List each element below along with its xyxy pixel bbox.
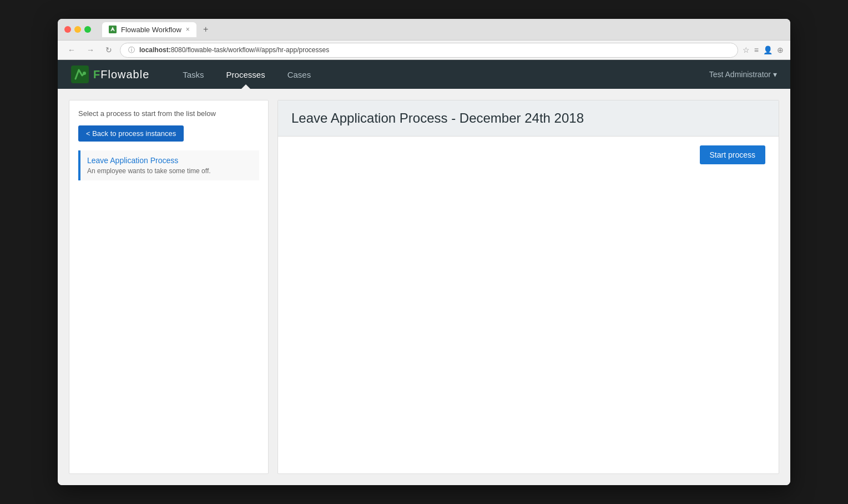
app-container: FFlowable Tasks Processes Cases Test Adm… xyxy=(58,60,790,485)
process-item-description: An employee wants to take some time off. xyxy=(87,167,253,175)
browser-window: Flowable Workflow × + ← → ↻ ⓘ localhost:… xyxy=(58,19,790,485)
svg-point-2 xyxy=(83,72,86,75)
process-item-name: Leave Application Process xyxy=(87,156,253,165)
tab-bar: Flowable Workflow × + xyxy=(102,22,784,37)
tab-favicon xyxy=(109,26,117,33)
right-panel: Leave Application Process - December 24t… xyxy=(277,100,779,474)
close-window-button[interactable] xyxy=(64,26,71,33)
tab-close-icon[interactable]: × xyxy=(186,26,190,33)
app-header: FFlowable Tasks Processes Cases Test Adm… xyxy=(58,60,790,89)
panel-hint: Select a process to start from the list … xyxy=(78,109,259,118)
process-detail-header: Leave Application Process - December 24t… xyxy=(278,100,779,137)
tab-title: Flowable Workflow xyxy=(121,26,181,34)
user-menu[interactable]: Test Administrator ▾ xyxy=(709,70,777,79)
url-bar[interactable]: ⓘ localhost:8080/flowable-task/workflow/… xyxy=(120,43,738,58)
title-bar: Flowable Workflow × + xyxy=(58,19,790,40)
logo-text: FFlowable xyxy=(93,68,149,81)
new-tab-button[interactable]: + xyxy=(199,24,213,34)
app-logo: FFlowable xyxy=(71,65,149,83)
main-content: Select a process to start from the list … xyxy=(58,89,790,485)
fullscreen-window-button[interactable] xyxy=(84,26,91,33)
nav-cases[interactable]: Cases xyxy=(276,60,322,89)
url-text: localhost:8080/flowable-task/workflow/#/… xyxy=(139,46,329,54)
refresh-button[interactable]: ↻ xyxy=(102,43,115,57)
url-path: 8080/flowable-task/workflow/#/apps/hr-ap… xyxy=(171,46,329,54)
nav-bar: ← → ↻ ⓘ localhost:8080/flowable-task/wor… xyxy=(58,40,790,60)
back-button[interactable]: ← xyxy=(64,43,79,57)
back-to-instances-button[interactable]: < Back to process instances xyxy=(78,125,184,142)
minimize-window-button[interactable] xyxy=(74,26,81,33)
bookmark-icon[interactable]: ☆ xyxy=(743,46,750,54)
nav-processes[interactable]: Processes xyxy=(215,60,276,89)
process-list-item[interactable]: Leave Application Process An employee wa… xyxy=(78,150,259,180)
process-detail-body: Start process xyxy=(278,137,779,473)
url-host: localhost: xyxy=(139,46,171,54)
app-nav: Tasks Processes Cases xyxy=(171,60,709,89)
start-process-button[interactable]: Start process xyxy=(700,145,765,164)
lock-icon: ⓘ xyxy=(128,46,135,55)
traffic-lights xyxy=(64,26,91,33)
browser-tab[interactable]: Flowable Workflow × xyxy=(102,22,196,37)
extension-icon[interactable]: ⊕ xyxy=(777,46,784,54)
left-panel: Select a process to start from the list … xyxy=(69,100,269,474)
browser-menu-icon[interactable]: ≡ xyxy=(754,46,759,54)
forward-button[interactable]: → xyxy=(83,43,98,57)
user-icon[interactable]: 👤 xyxy=(763,46,773,54)
process-detail-title: Leave Application Process - December 24t… xyxy=(291,110,765,126)
nav-tasks[interactable]: Tasks xyxy=(171,60,215,89)
svg-rect-1 xyxy=(71,65,89,83)
nav-actions: ☆ ≡ 👤 ⊕ xyxy=(743,46,784,54)
